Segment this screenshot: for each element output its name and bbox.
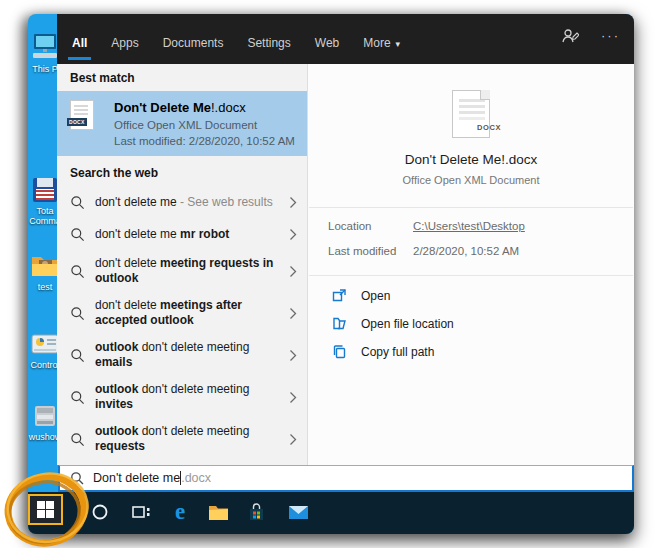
taskbar-search-input[interactable]: Don't delete me.docx (58, 465, 634, 492)
search-tab-bar: All Apps Documents Settings Web More▾ ··… (57, 14, 634, 64)
suggestion-text: don't delete meeting requests in outlook (95, 250, 289, 292)
cortana-button[interactable] (89, 501, 111, 523)
chevron-right-icon[interactable] (289, 228, 297, 241)
docx-file-icon-large: DOCX (452, 90, 490, 138)
search-icon (70, 264, 85, 279)
taskbar: e (28, 492, 634, 534)
mail-icon (288, 504, 309, 520)
tab-documents[interactable]: Documents (162, 36, 225, 64)
preview-title: Don't Delete Me!.docx (308, 152, 634, 167)
tab-apps[interactable]: Apps (110, 36, 139, 64)
web-suggestion-row[interactable]: outlook don't delete meeting invites (57, 376, 307, 418)
web-suggestion-row[interactable]: don't delete meetings after accepted out… (57, 292, 307, 334)
chevron-right-icon[interactable] (289, 196, 297, 209)
start-button[interactable] (28, 494, 63, 525)
action-open-file-location[interactable]: Open file location (332, 316, 634, 331)
web-suggestions: don't delete me - See web results don't … (57, 186, 307, 460)
autocomplete-suggestion: .docx (181, 471, 211, 485)
best-match-title: Don't Delete Me!.docx (114, 100, 295, 115)
typed-query: Don't delete me (93, 471, 180, 485)
feedback-icon[interactable] (561, 28, 579, 44)
tab-settings[interactable]: Settings (246, 36, 291, 64)
chevron-right-icon[interactable] (289, 433, 297, 446)
tool-box-icon (30, 402, 60, 430)
search-icon (70, 195, 85, 210)
suggestion-text: outlook don't delete meeting invites (95, 376, 289, 418)
file-explorer-icon (208, 504, 229, 521)
open-icon (332, 288, 347, 303)
action-open[interactable]: Open (332, 288, 634, 303)
chevron-right-icon[interactable] (289, 391, 297, 404)
search-web-header: Search the web (57, 156, 307, 186)
chevron-right-icon[interactable] (289, 307, 297, 320)
edge-icon: e (175, 502, 185, 522)
best-match-modified: Last modified: 2/28/2020, 10:52 AM (114, 135, 295, 147)
location-label: Location (328, 220, 413, 232)
open-folder-icon (332, 316, 347, 331)
store-icon (247, 503, 266, 522)
floppy-icon (30, 176, 60, 204)
file-explorer-button[interactable] (207, 501, 229, 523)
action-copy-full-path[interactable]: Copy full path (332, 344, 634, 359)
chevron-right-icon[interactable] (289, 349, 297, 362)
search-icon (70, 306, 85, 321)
task-view-icon (131, 503, 151, 521)
search-icon (70, 390, 85, 405)
best-match-filetype: Office Open XML Document (114, 119, 295, 131)
store-button[interactable] (245, 501, 267, 523)
task-view-button[interactable] (130, 501, 152, 523)
best-match-result[interactable]: DOCX Don't Delete Me!.docx Office Open X… (57, 91, 307, 156)
tab-web[interactable]: Web (314, 36, 340, 64)
tab-more[interactable]: More▾ (362, 36, 401, 64)
tab-all[interactable]: All (71, 36, 88, 64)
chevron-down-icon: ▾ (396, 39, 401, 49)
suggestion-text: don't delete meetings after accepted out… (95, 292, 289, 334)
search-icon (70, 348, 85, 363)
best-match-header: Best match (57, 64, 307, 91)
modified-value: 2/28/2020, 10:52 AM (413, 245, 519, 257)
web-suggestion-row[interactable]: don't delete me mr robot (57, 218, 307, 250)
more-options-icon[interactable]: ··· (601, 31, 620, 41)
search-icon (70, 227, 85, 242)
suggestion-text: outlook don't delete meeting requests (95, 418, 289, 460)
docx-file-icon: DOCX (70, 100, 94, 130)
chevron-right-icon[interactable] (289, 265, 297, 278)
web-suggestion-row[interactable]: don't delete me - See web results (57, 186, 307, 218)
web-suggestion-row[interactable]: don't delete meeting requests in outlook (57, 250, 307, 292)
search-icon (70, 432, 85, 447)
suggestion-text: don't delete me - See web results (95, 189, 289, 216)
preview-filetype: Office Open XML Document (308, 174, 634, 186)
location-link[interactable]: C:\Users\test\Desktop (413, 220, 525, 232)
windows-logo-icon (37, 501, 54, 518)
web-suggestion-row[interactable]: outlook don't delete meeting emails (57, 334, 307, 376)
search-flyout: All Apps Documents Settings Web More▾ ··… (57, 14, 634, 465)
cortana-circle-icon (91, 503, 109, 521)
results-panel: Best match DOCX Don't Delete Me!.docx Of… (57, 64, 307, 465)
suggestion-text: don't delete me mr robot (95, 221, 289, 248)
web-suggestion-row[interactable]: outlook don't delete meeting requests (57, 418, 307, 460)
screenshot-frame: This P Tota Comma test Control wushow (28, 14, 634, 534)
edge-button[interactable]: e (169, 501, 191, 523)
preview-panel: DOCX Don't Delete Me!.docx Office Open X… (308, 64, 634, 465)
modified-label: Last modified (328, 245, 413, 257)
copy-icon (332, 344, 347, 359)
search-icon (70, 471, 84, 485)
mail-button[interactable] (287, 501, 309, 523)
suggestion-text: outlook don't delete meeting emails (95, 334, 289, 376)
